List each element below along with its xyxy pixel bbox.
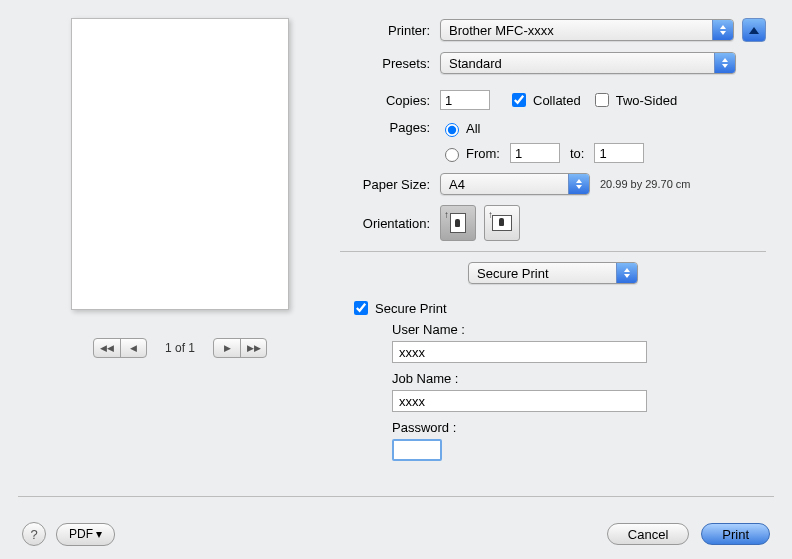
pdf-label: PDF ▾ bbox=[69, 527, 102, 541]
preview-page bbox=[71, 18, 289, 310]
secureprint-label: Secure Print bbox=[375, 301, 447, 316]
jobname-input[interactable] bbox=[392, 390, 647, 412]
help-button[interactable]: ? bbox=[22, 522, 46, 546]
pdf-menu-button[interactable]: PDF ▾ bbox=[56, 523, 115, 546]
landscape-icon bbox=[492, 215, 512, 231]
printer-label: Printer: bbox=[340, 23, 440, 38]
papersize-value: A4 bbox=[449, 177, 465, 192]
collated-checkbox[interactable]: Collated bbox=[508, 90, 581, 110]
pages-range-input[interactable] bbox=[445, 148, 459, 162]
panel-value: Secure Print bbox=[477, 266, 549, 281]
cancel-button[interactable]: Cancel bbox=[607, 523, 689, 545]
presets-select[interactable]: Standard bbox=[440, 52, 736, 74]
presets-value: Standard bbox=[449, 56, 502, 71]
twosided-checkbox[interactable]: Two-Sided bbox=[591, 90, 677, 110]
pages-all-input[interactable] bbox=[445, 123, 459, 137]
orientation-portrait-button[interactable]: ↑ bbox=[440, 205, 476, 241]
copies-label: Copies: bbox=[340, 93, 440, 108]
collapse-toggle[interactable] bbox=[742, 18, 766, 42]
updown-icon bbox=[712, 20, 733, 40]
pages-to-input[interactable] bbox=[594, 143, 644, 163]
jobname-label: Job Name : bbox=[392, 371, 766, 386]
preview-last-button[interactable]: ▶▶ bbox=[240, 339, 266, 357]
orientation-landscape-button[interactable]: ↑ bbox=[484, 205, 520, 241]
printer-value: Brother MFC-xxxx bbox=[449, 23, 554, 38]
preview-column: ◀◀ ◀ 1 of 1 ▶ ▶▶ bbox=[30, 18, 330, 461]
preview-counter: 1 of 1 bbox=[165, 341, 195, 355]
pages-to-label: to: bbox=[570, 146, 584, 161]
separator bbox=[340, 251, 766, 252]
copies-input[interactable] bbox=[440, 90, 490, 110]
print-button[interactable]: Print bbox=[701, 523, 770, 545]
updown-icon bbox=[568, 174, 589, 194]
preview-prev-button[interactable]: ◀ bbox=[120, 339, 146, 357]
bottom-bar: ? PDF ▾ Cancel Print bbox=[0, 509, 792, 559]
arrow-up-icon: ↑ bbox=[444, 209, 449, 220]
pages-all-radio[interactable]: All bbox=[440, 120, 644, 137]
printer-select[interactable]: Brother MFC-xxxx bbox=[440, 19, 734, 41]
secureprint-input[interactable] bbox=[354, 301, 368, 315]
pages-all-label: All bbox=[466, 121, 480, 136]
password-input[interactable] bbox=[392, 439, 442, 461]
collated-input[interactable] bbox=[512, 93, 526, 107]
collated-label: Collated bbox=[533, 93, 581, 108]
form-column: Printer: Brother MFC-xxxx Presets: Stand… bbox=[330, 18, 772, 461]
help-icon: ? bbox=[30, 527, 37, 542]
pages-range-radio[interactable]: From: to: bbox=[440, 143, 644, 163]
twosided-label: Two-Sided bbox=[616, 93, 677, 108]
preview-nav: ◀◀ ◀ 1 of 1 ▶ ▶▶ bbox=[30, 338, 330, 358]
pages-from-input[interactable] bbox=[510, 143, 560, 163]
preview-next-button[interactable]: ▶ bbox=[214, 339, 240, 357]
updown-icon bbox=[616, 263, 637, 283]
bottom-separator bbox=[18, 496, 774, 497]
papersize-label: Paper Size: bbox=[340, 177, 440, 192]
preview-first-button[interactable]: ◀◀ bbox=[94, 339, 120, 357]
preview-next-group: ▶ ▶▶ bbox=[213, 338, 267, 358]
secureprint-checkbox[interactable]: Secure Print bbox=[350, 298, 766, 318]
secure-print-panel: Secure Print User Name : Job Name : Pass… bbox=[340, 298, 766, 461]
papersize-dims: 20.99 by 29.70 cm bbox=[600, 178, 691, 190]
password-label: Password : bbox=[392, 420, 766, 435]
print-dialog: { "labels":{ "printer":"Printer:", "pres… bbox=[0, 0, 792, 559]
preview-prev-group: ◀◀ ◀ bbox=[93, 338, 147, 358]
papersize-select[interactable]: A4 bbox=[440, 173, 590, 195]
portrait-icon bbox=[450, 213, 466, 233]
username-label: User Name : bbox=[392, 322, 766, 337]
panel-select[interactable]: Secure Print bbox=[468, 262, 638, 284]
updown-icon bbox=[714, 53, 735, 73]
pages-label: Pages: bbox=[340, 120, 440, 135]
pages-from-label: From: bbox=[466, 146, 500, 161]
twosided-input[interactable] bbox=[595, 93, 609, 107]
username-input[interactable] bbox=[392, 341, 647, 363]
orientation-label: Orientation: bbox=[340, 216, 440, 231]
presets-label: Presets: bbox=[340, 56, 440, 71]
